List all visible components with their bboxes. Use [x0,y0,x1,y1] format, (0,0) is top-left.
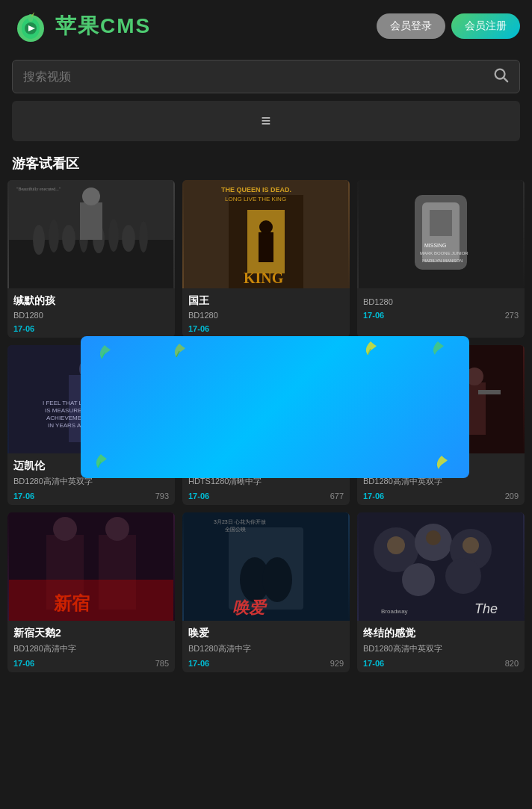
movie-info-6: 新宿天鹅2 BD1280高清中字 17-06 785 [7,621,175,672]
section-title: 游客试看区 [0,147,532,180]
movie-card-1[interactable]: THE QUEEN IS DEAD. LONG LIVE THE KING KI… [182,180,350,338]
movie-views-7: 929 [330,659,344,668]
svg-point-61 [53,517,77,541]
search-bar [12,60,520,93]
hamburger-icon: ≡ [262,111,271,131]
svg-point-78 [445,558,481,594]
svg-rect-56 [478,390,501,394]
svg-text:唤爱: 唤爱 [232,598,267,617]
movie-date-3: 17-06 [13,492,34,500]
svg-rect-24 [259,232,273,262]
movie-meta-7: 17-06 929 [188,659,344,668]
svg-text:Broadway: Broadway [381,608,408,615]
poster-0: "Beautifully executed..." [7,180,175,288]
movie-views-5: 209 [505,492,519,500]
movie-card-7[interactable]: 3月23日 心花为你开放 全国公映 唤爱 唤爱 BD1280高清中字 17-06… [182,512,350,672]
logo-icon [12,7,49,45]
poster-1: THE QUEEN IS DEAD. LONG LIVE THE KING KI… [182,180,350,288]
svg-point-81 [463,537,479,554]
movie-date-0: 17-06 [13,324,34,333]
movie-title-1: 国王 [188,294,344,308]
poster-6: 新宿 [7,512,175,621]
movie-views-8: 820 [505,659,519,668]
movie-info-8: 终结的感觉 BD1280高清中英双字 17-06 820 [357,621,525,672]
movie-date-2: 17-06 [363,311,384,320]
leaf-decoration-6 [433,454,451,472]
poster-7: 3月23日 心花为你开放 全国公映 唤爱 [182,512,350,621]
svg-text:"Beautifully executed...": "Beautifully executed..." [16,187,61,191]
svg-text:THE QUEEN IS DEAD.: THE QUEEN IS DEAD. [221,186,291,193]
svg-text:MARK BOONE JUNIOR: MARK BOONE JUNIOR [420,251,468,255]
movie-info-1: 国王 BD1280 17-06 [182,288,350,338]
register-button[interactable]: 会员注册 [451,13,520,39]
search-icon [492,66,509,83]
nav-menu[interactable]: ≡ [12,101,520,141]
svg-rect-64 [9,580,173,621]
movie-title-8: 终结的感觉 [363,627,519,640]
search-input[interactable] [23,70,492,84]
svg-rect-18 [80,202,102,240]
svg-point-69 [262,557,292,602]
svg-point-63 [105,517,129,541]
poster-8: The Broadway [357,512,525,621]
movie-meta-2: 17-06 273 [363,311,519,320]
movie-date-7: 17-06 [188,659,209,668]
search-button[interactable] [492,66,509,87]
movie-card-2[interactable]: MISSING MARK BOONE JUNIOR MARILYN MANSON… [357,180,525,338]
movie-card-0[interactable]: "Beautifully executed..." 缄默的孩 BD1280 17… [7,180,175,338]
movie-date-6: 17-06 [13,659,34,668]
movie-title-6: 新宿天鹅2 [13,627,169,640]
svg-text:KING: KING [244,270,284,286]
popup-overlay[interactable] [81,336,469,478]
login-button[interactable]: 会员登录 [377,13,445,39]
movie-info-0: 缄默的孩 BD1280 17-06 [7,288,175,338]
poster-2: MISSING MARK BOONE JUNIOR MARILYN MANSON [357,180,525,288]
svg-text:MARILYN MANSON: MARILYN MANSON [422,258,463,263]
svg-point-19 [82,187,100,205]
movie-views-3: 793 [155,492,169,500]
header-buttons: 会员登录 会员注册 [377,13,520,39]
leaf-decoration-2 [170,342,188,360]
leaf-decoration-1 [96,344,114,362]
svg-point-10 [33,225,45,255]
movie-date-1: 17-06 [188,324,209,333]
svg-text:新宿: 新宿 [54,593,90,613]
movie-quality-8: BD1280高清中英双字 [363,643,519,654]
movie-info-2: BD1280 17-06 273 [357,288,525,324]
movie-title-0: 缄默的孩 [13,294,169,308]
movie-meta-6: 17-06 785 [13,659,169,668]
movie-quality-6: BD1280高清中字 [13,643,169,654]
svg-point-77 [402,563,435,596]
svg-rect-9 [9,240,173,288]
movie-date-4: 17-06 [188,492,209,500]
movie-views-2: 273 [505,311,519,320]
logo-text: 苹果CMS [55,12,151,40]
movie-views-4: 677 [330,492,344,500]
movie-quality-7: BD1280高清中字 [188,643,344,654]
movie-meta-3: 17-06 793 [13,492,169,500]
svg-point-25 [259,220,273,234]
svg-point-80 [426,530,441,545]
movie-card-6[interactable]: 新宿 新宿天鹅2 BD1280高清中字 17-06 785 [7,512,175,672]
movie-meta-5: 17-06 209 [363,492,519,500]
svg-point-12 [62,225,75,252]
leaf-decoration-3 [362,340,380,358]
movie-quality-1: BD1280 [188,311,344,320]
movie-meta-8: 17-06 820 [363,659,519,668]
movie-card-8[interactable]: The Broadway 终结的感觉 BD1280高清中英双字 17-06 82… [357,512,525,672]
movie-title-7: 唤爱 [188,627,344,640]
movie-meta-1: 17-06 [188,324,344,333]
logo-area: 苹果CMS [12,7,151,45]
leaf-decoration-5 [92,453,110,471]
svg-point-16 [122,225,135,252]
svg-text:MISSING: MISSING [424,243,447,248]
svg-text:全国公映: 全国公映 [225,527,246,532]
movie-meta-4: 17-06 677 [188,492,344,500]
svg-text:3月23日 心花为你开放: 3月23日 心花为你开放 [214,519,266,525]
movie-date-5: 17-06 [363,492,384,500]
movie-views-6: 785 [155,659,169,668]
movie-quality-2: BD1280 [363,297,519,306]
movie-meta-0: 17-06 [13,324,169,333]
movie-quality-0: BD1280 [13,311,169,320]
svg-text:The: The [474,601,498,616]
